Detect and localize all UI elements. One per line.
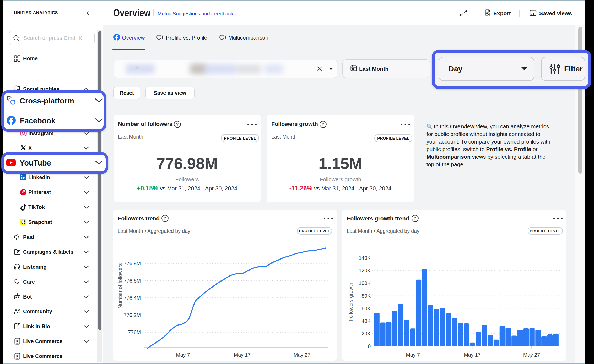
svg-text:20K: 20K [361,331,371,337]
svg-text:?: ? [176,122,179,126]
svg-text:776.2M: 776.2M [124,312,141,318]
svg-text:May 7: May 7 [406,352,420,358]
svg-text:60K: 60K [361,306,371,311]
svg-text:100K: 100K [359,280,371,286]
svg-text:776.4M: 776.4M [124,295,141,301]
svg-text:Number of followers: Number of followers [117,263,123,309]
svg-text:776.6M: 776.6M [124,278,141,284]
svg-text:May 17: May 17 [234,352,251,358]
svg-text:0: 0 [368,343,371,349]
svg-text:120K: 120K [359,268,371,273]
svg-text:May 27: May 27 [294,352,310,358]
svg-text:Followers growth: Followers growth [348,283,354,321]
svg-text:May 17: May 17 [464,352,481,358]
svg-text:?: ? [322,122,325,126]
svg-text:May 7: May 7 [176,352,190,358]
svg-text:May 27: May 27 [523,352,540,358]
svg-text:776.8M: 776.8M [124,261,141,266]
svg-text:140K: 140K [359,255,371,261]
svg-text:40K: 40K [361,318,371,324]
svg-text:776M: 776M [128,329,141,335]
svg-text:80K: 80K [361,293,371,299]
